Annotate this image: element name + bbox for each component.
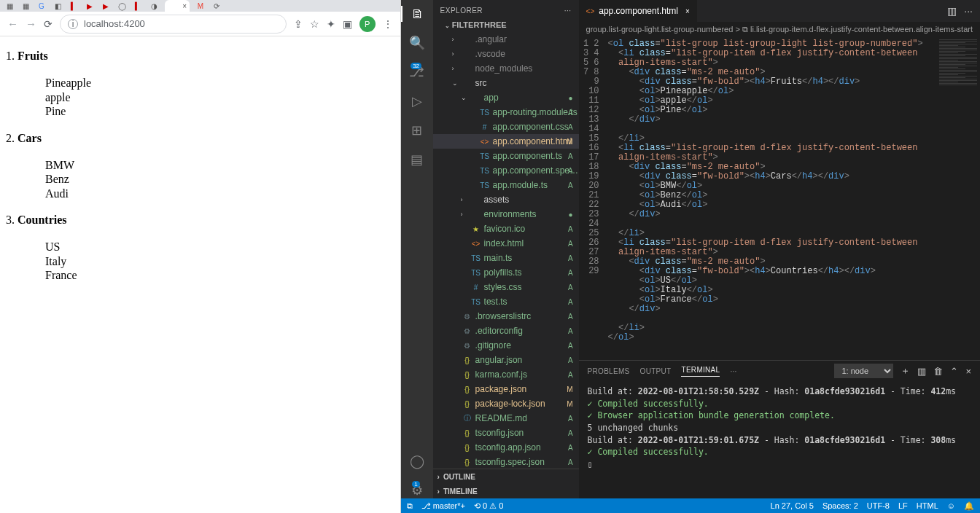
editor-more-icon[interactable]: ··· bbox=[964, 5, 973, 17]
back-icon[interactable]: ← bbox=[7, 17, 18, 30]
folder-row[interactable]: ⌄app● bbox=[433, 90, 579, 105]
tab-icon[interactable]: ◑ bbox=[149, 1, 159, 10]
file-row[interactable]: ⚙.gitignoreA bbox=[433, 338, 579, 353]
page-content: FruitsPineappleapplePineCarsBMWBenzAudiC… bbox=[0, 36, 400, 513]
tab-icon[interactable]: ▶ bbox=[85, 1, 95, 10]
code-editor[interactable]: 1 2 3 4 5 6 7 8 9 10 11 12 13 14 15 16 1… bbox=[579, 36, 980, 360]
minimap[interactable] bbox=[936, 36, 980, 360]
terminal-line: Build at: 2022-08-01T21:58:50.529Z - Has… bbox=[588, 385, 971, 398]
terminal-shell-select[interactable]: 1: node bbox=[834, 364, 893, 378]
file-row[interactable]: ⓘREADME.mdA bbox=[433, 411, 579, 426]
breadcrumb[interactable]: group.list-group-light.list-group-number… bbox=[579, 22, 980, 36]
status-branch[interactable]: ⎇ master*+ bbox=[421, 501, 465, 511]
folder-row[interactable]: ›node_modules bbox=[433, 61, 579, 76]
profile-avatar[interactable]: P bbox=[359, 16, 376, 32]
extensions-icon[interactable]: ⊞ bbox=[411, 122, 422, 138]
file-row[interactable]: TSapp.component.spec.tsA bbox=[433, 163, 579, 178]
menu-icon[interactable]: ⋮ bbox=[383, 18, 393, 30]
status-remote[interactable]: ⧉ bbox=[407, 501, 413, 511]
tab-icon[interactable]: ⟳ bbox=[211, 1, 222, 10]
folder-row[interactable]: ⌄src bbox=[433, 76, 579, 90]
extensions-icon[interactable]: ✦ bbox=[327, 18, 335, 30]
site-info-icon[interactable]: i bbox=[68, 19, 78, 29]
file-row[interactable]: <>index.htmlA bbox=[433, 236, 579, 251]
terminal-output[interactable]: Build at: 2022-08-01T21:58:50.529Z - Has… bbox=[579, 381, 980, 498]
search-icon[interactable]: 🔍 bbox=[409, 35, 425, 51]
address-bar[interactable]: i localhost:4200 bbox=[60, 15, 287, 34]
file-row[interactable]: ★favicon.icoA bbox=[433, 222, 579, 236]
tab-icon[interactable]: ▦ bbox=[4, 1, 15, 10]
folder-row[interactable]: ›.vscode bbox=[433, 47, 579, 61]
panel-tab-output[interactable]: OUTPUT bbox=[640, 367, 672, 375]
timeline-section[interactable]: ›TIMELINE bbox=[433, 484, 579, 498]
panel-maximize-icon[interactable]: ⌃ bbox=[950, 366, 958, 377]
split-editor-icon[interactable]: ▥ bbox=[947, 5, 957, 17]
tab-close-icon[interactable]: × bbox=[685, 7, 690, 15]
file-row[interactable]: TSmain.tsA bbox=[433, 251, 579, 265]
file-row[interactable]: TSpolyfills.tsA bbox=[433, 265, 579, 280]
folder-row[interactable]: ›environments● bbox=[433, 207, 579, 222]
status-encoding[interactable]: UTF-8 bbox=[867, 501, 890, 511]
tab-icon[interactable]: ◧ bbox=[52, 1, 63, 10]
list-item: Benz bbox=[45, 172, 396, 187]
tab-active[interactable]: × bbox=[165, 0, 190, 12]
explorer-icon[interactable]: 🗎 bbox=[401, 6, 433, 22]
panel-tab-terminal[interactable]: TERMINAL bbox=[681, 366, 720, 377]
outline-section[interactable]: ›OUTLINE bbox=[433, 469, 579, 484]
file-row[interactable]: <>app.component.htmlM bbox=[433, 134, 579, 149]
file-row[interactable]: TSapp-routing.module.tsA bbox=[433, 105, 579, 120]
status-cursor[interactable]: Ln 27, Col 5 bbox=[771, 501, 814, 511]
forward-icon[interactable]: → bbox=[26, 17, 36, 30]
tab-icon[interactable]: M bbox=[195, 1, 206, 10]
reload-icon[interactable]: ⟳ bbox=[44, 18, 52, 30]
tab-icon[interactable]: ▦ bbox=[20, 1, 31, 10]
tab-icon[interactable]: ▍ bbox=[69, 1, 79, 10]
folder-row[interactable]: ›.angular bbox=[433, 32, 579, 47]
file-row[interactable]: {}karma.conf.jsA bbox=[433, 367, 579, 382]
file-row[interactable]: TSapp.component.tsA bbox=[433, 149, 579, 163]
status-eol[interactable]: LF bbox=[898, 501, 908, 511]
tab-icon[interactable]: ▍ bbox=[133, 1, 143, 10]
list-item: Pine bbox=[45, 104, 396, 119]
debug-icon[interactable]: ▷ bbox=[412, 93, 422, 109]
file-row[interactable]: {}tsconfig.app.jsonA bbox=[433, 440, 579, 455]
kill-terminal-icon[interactable]: 🗑 bbox=[933, 366, 943, 377]
file-row[interactable]: {}package.jsonM bbox=[433, 382, 579, 396]
sidepanel-icon[interactable]: ▣ bbox=[343, 18, 352, 30]
editor-tab-active[interactable]: <> app.component.html × bbox=[579, 0, 698, 22]
bookmark-icon[interactable]: ☆ bbox=[310, 18, 319, 30]
accounts-icon[interactable]: ◯ bbox=[410, 453, 424, 469]
settings-icon[interactable]: ⚙1 bbox=[411, 482, 423, 498]
file-row[interactable]: ⚙.browserslistrcA bbox=[433, 309, 579, 324]
file-row[interactable]: TStest.tsA bbox=[433, 294, 579, 309]
file-tree[interactable]: ›.angular›.vscode›node_modules⌄src⌄app●T… bbox=[433, 32, 579, 469]
panel-tab-more[interactable]: ··· bbox=[730, 367, 736, 375]
status-feedback-icon[interactable]: ☺ bbox=[947, 501, 955, 511]
file-row[interactable]: #app.component.cssA bbox=[433, 120, 579, 134]
status-problems[interactable]: ⟲ 0 ⚠ 0 bbox=[474, 501, 503, 511]
status-spaces[interactable]: Spaces: 2 bbox=[822, 501, 858, 511]
file-row[interactable]: {}tsconfig.spec.jsonA bbox=[433, 455, 579, 469]
tab-icon[interactable]: G bbox=[36, 1, 47, 10]
status-language[interactable]: HTML bbox=[917, 501, 938, 511]
panel-tab-problems[interactable]: PROBLEMS bbox=[588, 367, 630, 375]
folder-row[interactable]: ›assets bbox=[433, 192, 579, 207]
new-terminal-icon[interactable]: ＋ bbox=[901, 364, 910, 377]
file-row[interactable]: {}tsconfig.jsonA bbox=[433, 426, 579, 440]
list-item: France bbox=[45, 268, 396, 283]
scm-icon[interactable]: ⎇32 bbox=[409, 64, 424, 80]
status-bell-icon[interactable]: 🔔 bbox=[964, 501, 974, 511]
panel-close-icon[interactable]: × bbox=[965, 366, 971, 377]
split-terminal-icon[interactable]: ▥ bbox=[917, 366, 926, 377]
file-row[interactable]: {}angular.jsonA bbox=[433, 353, 579, 367]
file-row[interactable]: ⚙.editorconfigA bbox=[433, 324, 579, 338]
tab-icon[interactable]: ◯ bbox=[117, 1, 127, 10]
tab-icon[interactable]: ▶ bbox=[101, 1, 111, 10]
sidebar-more-icon[interactable]: ··· bbox=[564, 7, 572, 15]
share-icon[interactable]: ⇪ bbox=[294, 18, 303, 30]
remote-icon[interactable]: ▤ bbox=[411, 152, 423, 168]
file-row[interactable]: {}package-lock.jsonM bbox=[433, 396, 579, 411]
file-row[interactable]: #styles.cssA bbox=[433, 280, 579, 294]
section-heading: Fruits bbox=[18, 50, 48, 62]
file-row[interactable]: TSapp.module.tsA bbox=[433, 178, 579, 192]
